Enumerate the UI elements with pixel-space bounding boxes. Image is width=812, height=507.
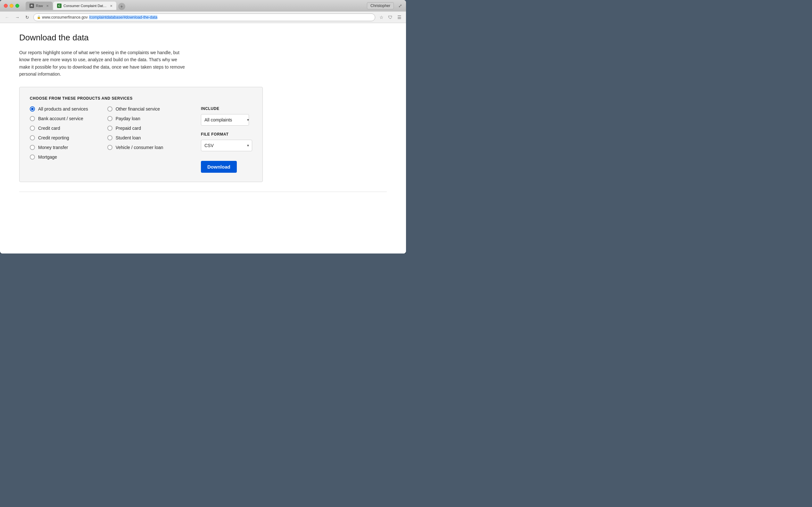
download-form: CHOOSE FROM THESE PRODUCTS AND SERVICES … <box>19 87 263 182</box>
page-description: Our reports highlight some of what we're… <box>19 49 186 78</box>
radio-credit-card[interactable]: Credit card <box>30 126 88 131</box>
radio-dot-all <box>31 108 34 110</box>
security-lock-icon: 🔒 <box>37 15 41 19</box>
raw-tab-close[interactable]: ✕ <box>46 4 49 8</box>
radio-bank-account[interactable]: Bank account / service <box>30 116 88 121</box>
shield-icon[interactable]: 🛡 <box>387 14 394 21</box>
file-format-label: FILE FORMAT <box>201 132 252 136</box>
label-prepaid-card: Prepaid card <box>116 126 141 131</box>
minimize-button[interactable] <box>10 4 13 8</box>
radio-input-credit-reporting[interactable] <box>30 135 35 140</box>
maximize-button[interactable] <box>15 4 19 8</box>
radio-input-vehicle-loan[interactable] <box>107 145 112 150</box>
forward-button[interactable]: → <box>13 13 21 21</box>
radio-payday-loan[interactable]: Payday loan <box>107 116 163 121</box>
expand-button[interactable]: ⤢ <box>398 3 402 8</box>
right-panel: INCLUDE All complaints Complaints with n… <box>194 106 252 173</box>
file-format-select[interactable]: CSV JSON <box>201 140 252 151</box>
radio-other-financial[interactable]: Other financial service <box>107 106 163 112</box>
include-select-wrapper: All complaints Complaints with narrative… <box>201 114 252 126</box>
new-tab-button[interactable]: + <box>118 3 125 10</box>
include-label: INCLUDE <box>201 106 252 111</box>
radio-input-student-loan[interactable] <box>107 135 112 140</box>
tab-raw[interactable]: R Raw ✕ <box>25 2 53 10</box>
label-payday-loan: Payday loan <box>116 116 140 121</box>
title-bar: R Raw ✕ C Consumer Complaint Dat… ✕ + Ch… <box>0 0 406 11</box>
radio-input-credit-card[interactable] <box>30 126 35 131</box>
download-button[interactable]: Download <box>201 161 237 173</box>
address-domain: www.consumerfinance.gov <box>42 15 88 19</box>
radio-input-prepaid-card[interactable] <box>107 126 112 131</box>
radio-money-transfer[interactable]: Money transfer <box>30 145 88 150</box>
toolbar-right: ☆ 🛡 ☰ <box>378 14 403 21</box>
product-column-2: Other financial service Payday loan Prep… <box>107 106 163 173</box>
complaint-tab-close[interactable]: ✕ <box>110 4 112 8</box>
page-content: Download the data Our reports highlight … <box>0 23 406 253</box>
label-credit-reporting: Credit reporting <box>38 135 69 140</box>
file-format-select-wrapper: CSV JSON ▾ <box>201 140 252 151</box>
bookmark-icon[interactable]: ☆ <box>378 14 385 21</box>
radio-all-products[interactable]: All products and services <box>30 106 88 112</box>
page-title: Download the data <box>19 33 387 43</box>
tabs-area: R Raw ✕ C Consumer Complaint Dat… ✕ + <box>25 2 364 10</box>
traffic-lights <box>4 4 19 8</box>
radio-input-mortgage[interactable] <box>30 155 35 160</box>
menu-icon[interactable]: ☰ <box>396 14 403 21</box>
radio-mortgage[interactable]: Mortgage <box>30 155 88 160</box>
address-path: /complaintdatabase/#download-the-data <box>89 15 157 19</box>
tab-consumer-complaint[interactable]: C Consumer Complaint Dat… ✕ <box>53 2 116 10</box>
label-credit-card: Credit card <box>38 126 60 131</box>
radio-input-money-transfer[interactable] <box>30 145 35 150</box>
label-other-financial: Other financial service <box>116 106 160 112</box>
complaint-tab-icon: C <box>57 4 62 8</box>
label-money-transfer: Money transfer <box>38 145 68 150</box>
form-layout: All products and services Bank account /… <box>30 106 252 173</box>
label-mortgage: Mortgage <box>38 155 57 160</box>
products-columns: All products and services Bank account /… <box>30 106 194 173</box>
include-select[interactable]: All complaints Complaints with narrative… <box>201 114 249 126</box>
label-student-loan: Student loan <box>116 135 141 140</box>
refresh-button[interactable]: ↻ <box>24 14 31 21</box>
radio-vehicle-loan[interactable]: Vehicle / consumer loan <box>107 145 163 150</box>
products-section-label: CHOOSE FROM THESE PRODUCTS AND SERVICES <box>30 96 252 101</box>
complaint-tab-label: Consumer Complaint Dat… <box>63 4 107 8</box>
radio-input-payday-loan[interactable] <box>107 116 112 121</box>
address-bar[interactable]: 🔒 www.consumerfinance.gov /complaintdata… <box>33 13 375 21</box>
radio-input-all[interactable] <box>30 106 35 112</box>
radio-prepaid-card[interactable]: Prepaid card <box>107 126 163 131</box>
radio-input-other-financial[interactable] <box>107 106 112 112</box>
radio-input-bank[interactable] <box>30 116 35 121</box>
raw-tab-label: Raw <box>36 4 43 8</box>
raw-tab-icon: R <box>30 4 34 8</box>
toolbar: ← → ↻ 🔒 www.consumerfinance.gov /complai… <box>0 11 406 23</box>
label-bank-account: Bank account / service <box>38 116 83 121</box>
label-vehicle-loan: Vehicle / consumer loan <box>116 145 163 150</box>
user-button[interactable]: Christopher <box>367 2 394 9</box>
label-all-products: All products and services <box>38 106 88 112</box>
close-button[interactable] <box>4 4 8 8</box>
radio-credit-reporting[interactable]: Credit reporting <box>30 135 88 140</box>
product-column-1: All products and services Bank account /… <box>30 106 88 173</box>
radio-student-loan[interactable]: Student loan <box>107 135 163 140</box>
browser-window: R Raw ✕ C Consumer Complaint Dat… ✕ + Ch… <box>0 0 406 253</box>
back-button[interactable]: ← <box>3 13 11 21</box>
